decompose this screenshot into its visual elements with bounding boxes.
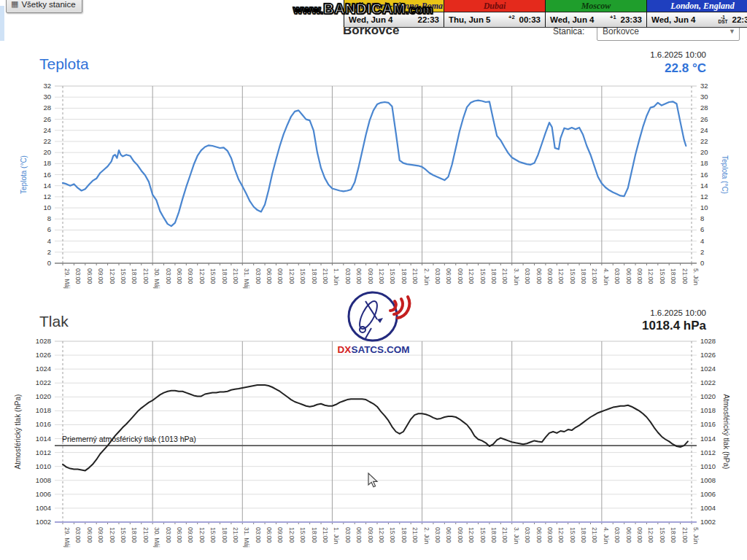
svg-text:30. Máj: 30. Máj (153, 527, 160, 548)
svg-text:1004: 1004 (700, 504, 716, 512)
svg-text:09:00: 09:00 (276, 268, 284, 284)
svg-text:1010: 1010 (36, 462, 51, 470)
svg-text:18: 18 (700, 159, 708, 167)
svg-text:Teplota (°C): Teplota (°C) (721, 155, 729, 194)
svg-text:06:00: 06:00 (625, 268, 632, 284)
svg-text:09:00: 09:00 (546, 268, 554, 284)
svg-text:15:00: 15:00 (659, 268, 666, 284)
svg-text:28: 28 (700, 104, 708, 112)
clock-offset: +2 (508, 14, 515, 20)
svg-text:32: 32 (43, 82, 51, 90)
svg-text:21:00: 21:00 (501, 268, 508, 284)
svg-text:18:00: 18:00 (490, 527, 498, 543)
svg-text:15:00: 15:00 (299, 527, 306, 543)
svg-text:18:00: 18:00 (670, 527, 677, 543)
svg-text:2. Jún: 2. Jún (423, 527, 430, 544)
svg-text:24: 24 (43, 126, 51, 134)
svg-text:16: 16 (43, 171, 51, 179)
svg-text:22: 22 (43, 137, 51, 145)
svg-text:5. Jún: 5. Jún (692, 527, 700, 544)
svg-text:15:00: 15:00 (569, 527, 576, 543)
temperature-chart: 0022446688101012121414161618182020222224… (0, 80, 747, 303)
logo-text-dx: DX (338, 344, 352, 355)
svg-text:10: 10 (43, 203, 51, 211)
svg-text:21:00: 21:00 (591, 268, 598, 284)
svg-text:09:00: 09:00 (367, 527, 374, 543)
all-stations-button[interactable]: ▦ Všetky stanice (6, 0, 82, 13)
svg-text:1022: 1022 (36, 378, 51, 386)
mouse-cursor (368, 472, 379, 489)
clock-datetime: Thu, Jun 5 +2 00:33 (444, 12, 545, 27)
svg-text:1028: 1028 (36, 337, 51, 345)
svg-text:09:00: 09:00 (367, 268, 374, 284)
temperature-timestamp: 1.6.2025 10:00 (650, 50, 706, 59)
clock-time: 00:33 (519, 15, 541, 24)
svg-text:18:00: 18:00 (131, 268, 138, 284)
svg-text:Teplota (°C): Teplota (°C) (20, 155, 28, 194)
svg-text:1. Jún: 1. Jún (333, 268, 340, 285)
svg-text:21:00: 21:00 (142, 527, 150, 543)
svg-text:09:00: 09:00 (276, 527, 284, 543)
svg-text:12:00: 12:00 (468, 527, 475, 543)
svg-text:21:00: 21:00 (232, 268, 239, 284)
left-edge-artifact (0, 6, 4, 41)
clock-london: London, England Wed, Jun 4 -1 DST 22:33 (646, 0, 747, 27)
svg-text:1006: 1006 (36, 490, 51, 498)
svg-text:1004: 1004 (36, 504, 51, 512)
svg-text:1008: 1008 (36, 476, 51, 484)
svg-text:8: 8 (47, 214, 51, 222)
svg-text:12: 12 (700, 192, 708, 201)
svg-text:14: 14 (43, 182, 51, 190)
svg-text:06:00: 06:00 (625, 527, 632, 543)
svg-text:1002: 1002 (700, 518, 716, 526)
svg-text:06:00: 06:00 (355, 527, 363, 543)
svg-text:24: 24 (700, 126, 708, 134)
chevron-down-icon: ▼ (729, 28, 735, 35)
svg-text:12:00: 12:00 (647, 268, 654, 284)
svg-text:12:00: 12:00 (288, 268, 295, 284)
svg-text:14: 14 (700, 182, 708, 190)
svg-text:06:00: 06:00 (355, 268, 363, 284)
svg-text:29. Máj: 29. Máj (63, 268, 71, 289)
svg-text:0: 0 (47, 259, 51, 267)
clock-dubai: Dubai Thu, Jun 5 +2 00:33 (444, 0, 546, 27)
svg-text:15:00: 15:00 (389, 527, 396, 543)
svg-text:28: 28 (43, 104, 51, 112)
pressure-chart: 1002100210041004100610061008100810101010… (0, 334, 747, 560)
svg-text:12: 12 (43, 192, 51, 201)
svg-text:1016: 1016 (36, 420, 51, 428)
svg-text:06:00: 06:00 (176, 268, 183, 284)
svg-text:03:00: 03:00 (614, 527, 621, 543)
svg-text:12:00: 12:00 (378, 527, 385, 543)
svg-text:1012: 1012 (700, 448, 716, 456)
clock-date: Thu, Jun 5 (449, 15, 491, 24)
svg-text:03:00: 03:00 (255, 268, 262, 284)
svg-text:DXSATCS.COM: DXSATCS.COM (338, 344, 410, 355)
svg-text:21:00: 21:00 (681, 268, 689, 284)
svg-text:09:00: 09:00 (187, 527, 194, 543)
svg-text:Priemerný atmosférický tlak (1: Priemerný atmosférický tlak (1013 hPa) (62, 435, 196, 443)
svg-text:03:00: 03:00 (344, 527, 352, 543)
svg-text:09:00: 09:00 (636, 527, 643, 543)
svg-text:03:00: 03:00 (524, 268, 531, 284)
svg-text:12:00: 12:00 (198, 527, 206, 543)
svg-text:18:00: 18:00 (221, 268, 228, 284)
svg-text:1008: 1008 (700, 476, 716, 484)
svg-text:06:00: 06:00 (266, 268, 273, 284)
svg-text:15:00: 15:00 (209, 527, 217, 543)
svg-text:3. Jún: 3. Jún (513, 527, 520, 544)
grid-icon: ▦ (11, 0, 18, 8)
clock-city-label: London, England (647, 0, 747, 12)
svg-text:18:00: 18:00 (311, 527, 318, 543)
clock-time: 23:33 (621, 15, 642, 24)
svg-text:18:00: 18:00 (400, 527, 408, 543)
svg-text:21:00: 21:00 (591, 527, 598, 543)
pressure-title: Tlak (39, 313, 69, 330)
svg-text:18:00: 18:00 (311, 268, 318, 284)
svg-text:18:00: 18:00 (131, 527, 138, 543)
svg-text:12:00: 12:00 (557, 527, 565, 543)
temperature-title: Teplota (39, 55, 89, 73)
svg-text:4: 4 (700, 237, 704, 245)
svg-text:1012: 1012 (36, 448, 51, 456)
svg-text:12:00: 12:00 (109, 268, 116, 284)
